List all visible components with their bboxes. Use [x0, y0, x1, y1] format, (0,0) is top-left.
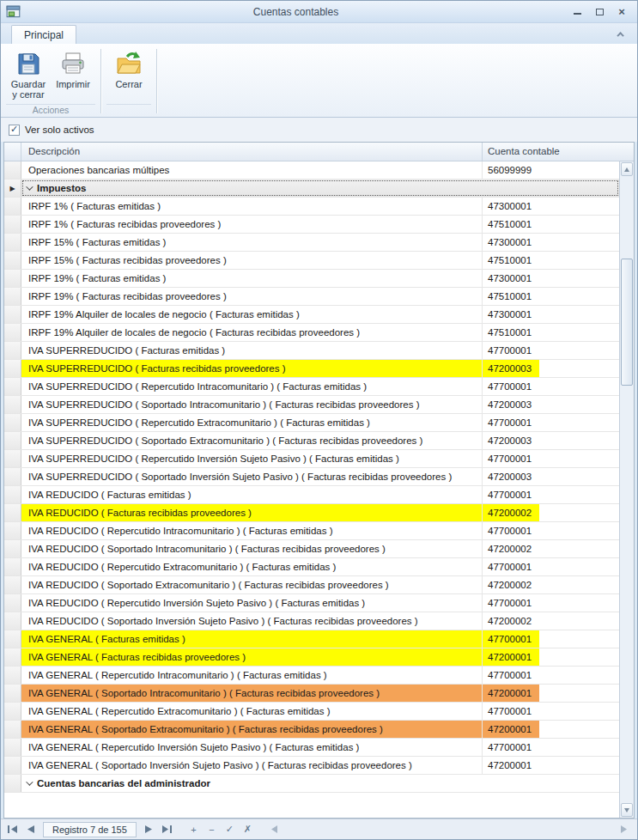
collapse-chevron-icon[interactable] — [26, 778, 33, 785]
cell-account[interactable]: 47700001 — [483, 414, 619, 431]
table-row[interactable]: ▶ IVA SUPERREDUCIDO ( Facturas emitidas … — [4, 342, 619, 360]
cell-account[interactable]: 47700001 — [483, 630, 619, 648]
save-close-button[interactable]: Guardar y cerrar — [6, 47, 51, 102]
cell-description[interactable]: IVA REDUCIDO ( Facturas recibidas provee… — [21, 504, 483, 521]
print-button[interactable]: Imprimir — [51, 47, 95, 100]
cell-description[interactable]: IVA REDUCIDO ( Soportado Extracomunitari… — [21, 576, 483, 593]
delete-record-button[interactable]: − — [204, 822, 220, 837]
table-row[interactable]: ▶ IVA SUPERREDUCIDO ( Repercutido Invers… — [4, 450, 619, 468]
table-row[interactable]: ▶ IRPF 15% ( Facturas recibidas proveedo… — [4, 252, 619, 270]
cell-description[interactable]: IVA GENERAL ( Facturas emitidas ) — [21, 630, 483, 648]
table-row[interactable]: ▶ IVA SUPERREDUCIDO ( Soportado Inversió… — [4, 468, 619, 486]
cell-account[interactable]: 47700001 — [483, 342, 619, 359]
table-row[interactable]: ▶ IVA REDUCIDO ( Repercutido Extracomuni… — [4, 558, 619, 576]
cell-description[interactable]: IVA SUPERREDUCIDO ( Facturas emitidas ) — [21, 342, 483, 359]
table-row[interactable]: ▶ IVA REDUCIDO ( Repercutido Intracomuni… — [4, 522, 619, 540]
cell-description[interactable]: IVA GENERAL ( Soportado Intracomunitario… — [21, 685, 483, 702]
cell-account[interactable]: 47300001 — [483, 306, 619, 323]
table-row[interactable]: ▶ IVA REDUCIDO ( Repercutido Inversión S… — [4, 594, 619, 612]
previous-record-button[interactable] — [22, 822, 39, 837]
cell-description[interactable]: IRPF 19% Alquiler de locales de negocio … — [21, 324, 483, 341]
cell-account[interactable]: 47700001 — [483, 486, 619, 503]
table-row[interactable]: ▶ IRPF 19% Alquiler de locales de negoci… — [4, 306, 619, 324]
table-row[interactable]: ▶ IVA GENERAL ( Repercutido Intracomunit… — [4, 667, 619, 685]
cell-description[interactable]: IRPF 19% Alquiler de locales de negocio … — [21, 306, 483, 323]
cell-description[interactable]: IRPF 15% ( Facturas emitidas ) — [21, 234, 483, 251]
cell-account[interactable]: 47300001 — [483, 270, 619, 287]
table-row[interactable]: ▶ Operaciones bancarias múltipes 5609999… — [4, 161, 619, 180]
cell-description[interactable]: IVA REDUCIDO ( Repercutido Extracomunita… — [21, 558, 483, 575]
table-row[interactable]: ▶ IVA GENERAL ( Soportado Intracomunitar… — [4, 685, 619, 703]
table-row[interactable]: ▶ IVA SUPERREDUCIDO ( Facturas recibidas… — [4, 360, 619, 378]
cell-account[interactable]: 47510001 — [483, 252, 619, 269]
close-form-button[interactable]: Cerrar — [106, 47, 151, 100]
cell-account[interactable]: 47200001 — [483, 757, 619, 774]
cell-description[interactable]: IRPF 19% ( Facturas emitidas ) — [21, 270, 483, 287]
cell-account[interactable]: 47200001 — [483, 685, 619, 702]
cell-description[interactable]: IVA GENERAL ( Repercutido Intracomunitar… — [21, 667, 483, 684]
cell-description[interactable]: IRPF 19% ( Facturas recibidas proveedore… — [21, 288, 483, 305]
table-row[interactable]: ▶ IVA GENERAL ( Facturas recibidas prove… — [4, 648, 619, 667]
cell-description[interactable]: IRPF 1% ( Facturas emitidas ) — [21, 198, 483, 215]
cell-account[interactable]: 47200003 — [483, 468, 619, 485]
table-row[interactable]: ▶ IRPF 19% ( Facturas recibidas proveedo… — [4, 288, 619, 306]
cell-account[interactable]: 47700001 — [483, 739, 619, 756]
cell-account[interactable]: 47200002 — [483, 576, 619, 593]
cell-account[interactable]: 47700001 — [483, 594, 619, 612]
close-button[interactable]: × — [615, 5, 629, 19]
cell-account[interactable]: 47200003 — [483, 396, 619, 413]
group-row[interactable]: ▶ Impuestos — [4, 180, 619, 198]
cell-account[interactable]: 47700001 — [483, 378, 619, 395]
table-row[interactable]: ▶ IVA SUPERREDUCIDO ( Soportado Intracom… — [4, 396, 619, 414]
cell-description[interactable]: IVA GENERAL ( Soportado Inversión Sujeto… — [21, 757, 483, 774]
cell-description[interactable]: IRPF 15% ( Facturas recibidas proveedore… — [21, 252, 483, 269]
collapse-chevron-icon[interactable] — [26, 183, 33, 190]
table-row[interactable]: ▶ IVA SUPERREDUCIDO ( Soportado Extracom… — [4, 432, 619, 450]
group-row[interactable]: ▶ Cuentas bancarias del administrador — [4, 775, 619, 793]
cell-account[interactable]: 47510001 — [483, 324, 619, 341]
cell-account[interactable]: 47700001 — [483, 667, 619, 684]
cell-description[interactable]: IVA REDUCIDO ( Facturas emitidas ) — [21, 486, 483, 503]
table-row[interactable]: ▶ IRPF 19% Alquiler de locales de negoci… — [4, 324, 619, 342]
cell-description[interactable]: IVA REDUCIDO ( Soportado Inversión Sujet… — [21, 612, 483, 630]
ver-solo-activos-checkbox[interactable]: ✓ — [9, 125, 20, 136]
maximize-button[interactable] — [592, 5, 606, 19]
table-row[interactable]: ▶ IVA SUPERREDUCIDO ( Repercutido Extrac… — [4, 414, 619, 432]
append-record-button[interactable]: + — [185, 822, 202, 837]
cell-description[interactable]: IRPF 1% ( Facturas recibidas proveedores… — [21, 216, 483, 233]
group-cell[interactable]: Impuestos — [21, 180, 619, 197]
cell-description[interactable]: IVA SUPERREDUCIDO ( Facturas recibidas p… — [21, 360, 483, 377]
table-row[interactable]: ▶ IRPF 15% ( Facturas emitidas ) 4730000… — [4, 234, 619, 252]
column-header-descripcion[interactable]: Descripción — [21, 143, 483, 161]
minimize-button[interactable] — [570, 5, 584, 19]
cell-account[interactable]: 47300001 — [483, 234, 619, 251]
cancel-edit-button[interactable]: ✗ — [240, 822, 256, 837]
scrollbar-thumb[interactable] — [621, 259, 633, 386]
end-edit-button[interactable]: ✓ — [222, 822, 238, 837]
column-header-cuenta-contable[interactable]: Cuenta contable — [483, 143, 634, 161]
scroll-up-button[interactable] — [621, 162, 633, 176]
cell-description[interactable]: IVA REDUCIDO ( Repercutido Intracomunita… — [21, 522, 483, 539]
cell-description[interactable]: IVA REDUCIDO ( Repercutido Inversión Suj… — [21, 594, 483, 612]
hscroll-left-button[interactable] — [266, 822, 283, 837]
next-record-button[interactable] — [141, 822, 157, 837]
table-row[interactable]: ▶ IVA SUPERREDUCIDO ( Repercutido Intrac… — [4, 378, 619, 396]
cell-description[interactable]: IVA REDUCIDO ( Soportado Intracomunitari… — [21, 540, 483, 557]
cell-description[interactable]: IVA GENERAL ( Repercutido Extracomunitar… — [21, 703, 483, 720]
scroll-down-button[interactable] — [621, 803, 633, 817]
table-row[interactable]: ▶ IRPF 19% ( Facturas emitidas ) 4730000… — [4, 270, 619, 288]
ribbon-collapse-button[interactable] — [615, 28, 629, 40]
vertical-scrollbar[interactable] — [619, 161, 634, 818]
table-row[interactable]: ▶ IVA REDUCIDO ( Soportado Inversión Suj… — [4, 612, 619, 630]
first-record-button[interactable] — [4, 822, 21, 837]
table-row[interactable]: ▶ IVA GENERAL ( Facturas emitidas ) 4770… — [4, 630, 619, 648]
table-row[interactable]: ▶ IVA GENERAL ( Repercutido Inversión Su… — [4, 739, 619, 757]
tab-principal[interactable]: Principal — [11, 25, 76, 44]
cell-description[interactable]: IVA GENERAL ( Soportado Extracomunitario… — [21, 721, 483, 738]
group-cell[interactable]: Cuentas bancarias del administrador — [21, 775, 619, 792]
cell-description[interactable]: IVA SUPERREDUCIDO ( Soportado Intracomun… — [21, 396, 483, 413]
cell-account[interactable]: 47700001 — [483, 450, 619, 467]
table-row[interactable]: ▶ IVA REDUCIDO ( Soportado Extracomunita… — [4, 576, 619, 594]
cell-account[interactable]: 56099999 — [483, 161, 619, 179]
cell-account[interactable]: 47200002 — [483, 540, 619, 557]
